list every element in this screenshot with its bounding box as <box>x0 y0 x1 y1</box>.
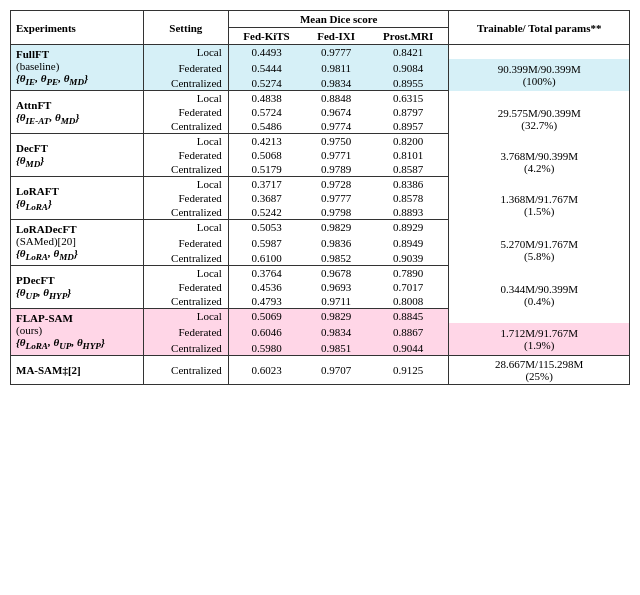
setting-cell: Local <box>143 220 228 235</box>
setting-cell: Local <box>143 45 228 60</box>
fed-kits-cell: 0.5274 <box>228 76 304 91</box>
experiment-name: LoRADecFT(SAMed)[20]{θLoRA, θMD} <box>11 220 144 266</box>
prost-mri-cell: 0.9084 <box>368 59 449 76</box>
prost-mri-cell: 0.8200 <box>368 134 449 149</box>
setting-cell: Centralized <box>143 76 228 91</box>
fed-ixi-cell: 0.9711 <box>304 294 368 309</box>
fed-kits-cell: 0.3764 <box>228 266 304 281</box>
setting-cell: Centralized <box>143 355 228 384</box>
prost-mri-cell: 0.8008 <box>368 294 449 309</box>
prost-mri-cell: 0.8386 <box>368 177 449 192</box>
table-row: FullFT(baseline){θIE, θPE, θMD}Local0.44… <box>11 45 630 60</box>
prost-mri-cell: 0.8893 <box>368 205 449 220</box>
experiment-name: FLAP-SAM(ours){θLoRA, θUP, θHYP} <box>11 309 144 355</box>
fed-kits-cell: 0.3687 <box>228 191 304 205</box>
setting-cell: Local <box>143 309 228 324</box>
params-cell: 5.270M/91.767M(5.8%) <box>449 234 630 266</box>
prost-mri-cell: 0.9039 <box>368 251 449 266</box>
params-cell: 1.712M/91.767M(1.9%) <box>449 323 630 355</box>
fed-ixi-cell: 0.9789 <box>304 162 368 177</box>
fed-kits-cell: 0.6023 <box>228 355 304 384</box>
fed-kits-cell: 0.4838 <box>228 91 304 106</box>
setting-cell: Federated <box>143 191 228 205</box>
fed-kits-cell: 0.5444 <box>228 59 304 76</box>
fed-kits-cell: 0.4493 <box>228 45 304 60</box>
fed-ixi-cell: 0.9829 <box>304 309 368 324</box>
fed-ixi-cell: 0.9693 <box>304 280 368 294</box>
prost-mri-cell: 0.8957 <box>368 119 449 134</box>
prost-mri-cell: 0.8867 <box>368 323 449 340</box>
fed-kits-cell: 0.6100 <box>228 251 304 266</box>
fed-kits-cell: 0.5179 <box>228 162 304 177</box>
fed-ixi-cell: 0.9851 <box>304 341 368 356</box>
mean-dice-header: Mean Dice score <box>228 11 449 28</box>
experiment-name: DecFT{θMD} <box>11 134 144 177</box>
fed-ixi-cell: 0.9777 <box>304 191 368 205</box>
setting-header: Setting <box>143 11 228 45</box>
setting-cell: Centralized <box>143 341 228 356</box>
fed-ixi-cell: 0.9798 <box>304 205 368 220</box>
prost-mri-cell: 0.8929 <box>368 220 449 235</box>
params-cell: 28.667M/115.298M(25%) <box>449 355 630 384</box>
fed-ixi-cell: 0.9678 <box>304 266 368 281</box>
experiment-name: AttnFT{θIE-AT, θMD} <box>11 91 144 134</box>
prost-mri-cell: 0.8845 <box>368 309 449 324</box>
setting-cell: Federated <box>143 105 228 119</box>
fed-kits-cell: 0.5987 <box>228 234 304 251</box>
fed-kits-cell: 0.6046 <box>228 323 304 340</box>
table-row: FLAP-SAM(ours){θLoRA, θUP, θHYP}Local0.5… <box>11 309 630 324</box>
prost-mri-cell: 0.9125 <box>368 355 449 384</box>
prost-mri-cell: 0.8949 <box>368 234 449 251</box>
setting-cell: Centralized <box>143 205 228 220</box>
table-row: MA-SAM‡[2]Centralized0.60230.97070.91252… <box>11 355 630 384</box>
fed-kits-cell: 0.4213 <box>228 134 304 149</box>
params-cell: 29.575M/90.399M(32.7%) <box>449 105 630 134</box>
params-cell: 0.344M/90.399M(0.4%) <box>449 280 630 309</box>
fed-ixi-cell: 0.9771 <box>304 148 368 162</box>
experiment-name: LoRAFT{θLoRA} <box>11 177 144 220</box>
params-cell: 3.768M/90.399M(4.2%) <box>449 148 630 177</box>
prost-mri-cell: 0.8421 <box>368 45 449 60</box>
fed-ixi-cell: 0.9777 <box>304 45 368 60</box>
fed-kits-cell: 0.4793 <box>228 294 304 309</box>
experiment-name: FullFT(baseline){θIE, θPE, θMD} <box>11 45 144 91</box>
setting-cell: Local <box>143 134 228 149</box>
prost-mri-cell: 0.7890 <box>368 266 449 281</box>
experiment-name: PDecFT{θUP, θHYP} <box>11 266 144 309</box>
setting-cell: Centralized <box>143 119 228 134</box>
prost-mri-cell: 0.6315 <box>368 91 449 106</box>
setting-cell: Federated <box>143 234 228 251</box>
setting-cell: Local <box>143 91 228 106</box>
fed-kits-cell: 0.5069 <box>228 309 304 324</box>
setting-cell: Local <box>143 177 228 192</box>
fed-kits-header: Fed-KiTS <box>228 28 304 45</box>
fed-ixi-cell: 0.9707 <box>304 355 368 384</box>
prost-mri-cell: 0.8955 <box>368 76 449 91</box>
table-row: LoRADecFT(SAMed)[20]{θLoRA, θMD}Local0.5… <box>11 220 630 235</box>
setting-cell: Federated <box>143 323 228 340</box>
fed-ixi-cell: 0.9774 <box>304 119 368 134</box>
prost-mri-cell: 0.8101 <box>368 148 449 162</box>
fed-kits-cell: 0.5486 <box>228 119 304 134</box>
fed-ixi-cell: 0.9728 <box>304 177 368 192</box>
setting-cell: Centralized <box>143 251 228 266</box>
fed-kits-cell: 0.5053 <box>228 220 304 235</box>
fed-kits-cell: 0.5980 <box>228 341 304 356</box>
header-row-1: Experiments Setting Mean Dice score Trai… <box>11 11 630 28</box>
fed-ixi-cell: 0.9834 <box>304 76 368 91</box>
fed-ixi-cell: 0.9674 <box>304 105 368 119</box>
setting-cell: Federated <box>143 280 228 294</box>
fed-ixi-cell: 0.8848 <box>304 91 368 106</box>
setting-cell: Centralized <box>143 294 228 309</box>
setting-cell: Federated <box>143 148 228 162</box>
params-header: Trainable/ Total params** <box>449 11 630 45</box>
fed-kits-cell: 0.5068 <box>228 148 304 162</box>
fed-ixi-cell: 0.9836 <box>304 234 368 251</box>
params-cell: 90.399M/90.399M(100%) <box>449 59 630 91</box>
experiment-name: MA-SAM‡[2] <box>11 355 144 384</box>
fed-kits-cell: 0.5242 <box>228 205 304 220</box>
setting-cell: Federated <box>143 59 228 76</box>
setting-cell: Centralized <box>143 162 228 177</box>
prost-mri-cell: 0.9044 <box>368 341 449 356</box>
prost-mri-cell: 0.8587 <box>368 162 449 177</box>
